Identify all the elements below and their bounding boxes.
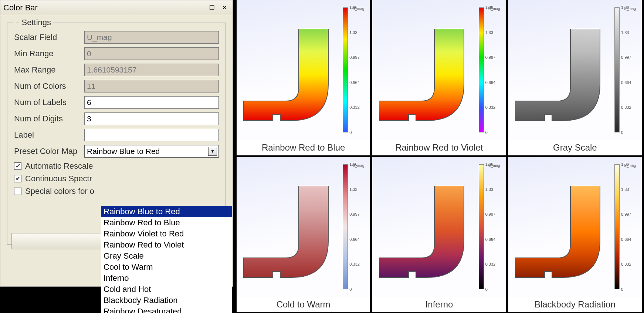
legend-tick: 0.332 (621, 262, 631, 266)
num-digits-input[interactable] (84, 112, 219, 125)
preset-option[interactable]: Rainbow Red to Violet (101, 239, 232, 250)
color-legend: U_mag1.661.330.9970.6640.3320 (614, 164, 637, 289)
legend-tick: 1.66 (621, 162, 629, 166)
preset-option[interactable]: Blackbody Radiation (101, 295, 232, 306)
preset-option[interactable]: Gray Scale (101, 250, 232, 262)
preset-dropdown[interactable]: Rainbow Blue to RedRainbow Red to BlueRa… (101, 206, 232, 313)
legend-tick: 1.33 (621, 187, 629, 192)
legend-tick: 0 (621, 287, 623, 292)
preview-card: U_mag1.661.330.9970.6640.3320Rainbow Red… (237, 0, 370, 155)
special-colors-row[interactable]: Special colors for o (14, 186, 219, 196)
color-gradient (479, 7, 484, 132)
color-gradient (343, 164, 348, 289)
panel-title-text: Color Bar (3, 3, 38, 13)
preset-label: Preset Color Map (14, 147, 84, 156)
legend-tick: 1.33 (349, 187, 357, 192)
legend-tick: 0.664 (621, 237, 631, 242)
elbow-render (515, 186, 611, 289)
legend-tick: 0.332 (485, 262, 496, 266)
legend-tick: 0.332 (349, 105, 360, 110)
preset-option[interactable]: Inferno (101, 273, 232, 284)
continuous-label: Continuous Spectr (25, 174, 92, 184)
legend-tick: 1.33 (485, 187, 493, 192)
legend-tick: 0.997 (621, 212, 631, 216)
legend-ticks: U_mag1.661.330.9970.6640.3320 (620, 7, 637, 132)
preview-caption: Blackbody Radiation (508, 297, 642, 312)
legend-tick: 0.997 (349, 55, 360, 60)
color-legend: U_mag1.661.330.9970.6640.3320 (343, 7, 365, 132)
min-range-input (84, 47, 219, 60)
preview-card: U_mag1.661.330.9970.6640.3320Cold to War… (237, 157, 370, 312)
legend-tick: 0 (485, 287, 488, 292)
preset-option[interactable]: Rainbow Blue to Red (101, 206, 232, 217)
auto-rescale-checkbox[interactable]: ✔ (14, 162, 21, 170)
preset-option[interactable]: Cool to Warm (101, 262, 232, 273)
scalar-field-input (84, 31, 219, 44)
elbow-render (515, 29, 611, 132)
preview-grid: U_mag1.661.330.9970.6640.3320Rainbow Red… (237, 0, 643, 312)
close-button[interactable]: ✕ (219, 3, 230, 12)
legend-tick: 0.332 (621, 105, 631, 110)
color-legend: U_mag1.661.330.9970.6640.3320 (614, 7, 637, 132)
legend-tick: 1.66 (621, 5, 629, 10)
preset-option[interactable]: Rainbow Red to Blue (101, 217, 232, 228)
color-legend: U_mag1.661.330.9970.6640.3320 (479, 164, 501, 289)
preview-card: U_mag1.661.330.9970.6640.3320Inferno (372, 157, 506, 312)
min-range-label: Min Range (14, 49, 84, 58)
elbow-render (379, 186, 475, 289)
legend-tick: 1.66 (349, 5, 357, 10)
preset-select[interactable]: Rainbow Blue to Red ▼ (84, 145, 219, 158)
preview-caption: Inferno (372, 297, 506, 312)
preview-image: U_mag1.661.330.9970.6640.3320 (237, 0, 370, 140)
preview-card: U_mag1.661.330.9970.6640.3320Gray Scale (508, 0, 642, 155)
legend-tick: 0.997 (349, 212, 360, 216)
auto-rescale-row[interactable]: ✔ Automatic Rescale (14, 161, 219, 171)
undock-button[interactable]: ❐ (207, 3, 217, 12)
legend-tick: 1.66 (485, 5, 493, 10)
legend-tick: 0.664 (485, 237, 496, 242)
preset-row: Preset Color Map Rainbow Blue to Red ▼ (14, 145, 219, 158)
legend-tick: 0.997 (485, 55, 496, 60)
legend-tick: 0.664 (349, 80, 360, 85)
legend-tick: 0.664 (485, 80, 496, 85)
preset-selected: Rainbow Blue to Red (87, 147, 160, 156)
label-input[interactable] (84, 129, 219, 141)
label-row: Label (14, 129, 219, 141)
continuous-checkbox[interactable]: ✔ (14, 175, 21, 182)
preset-option[interactable]: Rainbow Desaturated (101, 306, 232, 313)
legend-tick: 0.664 (621, 80, 631, 85)
preset-option[interactable]: Rainbow Violet to Red (101, 228, 232, 239)
preset-option[interactable]: Cold and Hot (101, 284, 232, 295)
legend-ticks: U_mag1.661.330.9970.6640.3320 (348, 164, 365, 289)
color-bar-panel: Color Bar ❐ ✕ Settings Scalar Field Min … (0, 0, 233, 287)
chevron-down-icon: ▼ (208, 147, 217, 156)
legend-tick: 1.66 (349, 162, 357, 166)
auto-rescale-label: Automatic Rescale (25, 161, 93, 171)
legend-tick: 0 (349, 130, 352, 135)
legend-tick: 0.997 (621, 55, 631, 60)
num-labels-row: Num of Labels (14, 96, 219, 109)
color-gradient (343, 7, 348, 132)
color-gradient (479, 164, 484, 289)
num-colors-input (84, 80, 219, 92)
legend-tick: 1.33 (485, 30, 493, 35)
preview-card: U_mag1.661.330.9970.6640.3320Blackbody R… (508, 157, 642, 312)
num-labels-input[interactable] (84, 96, 219, 109)
preview-image: U_mag1.661.330.9970.6640.3320 (372, 0, 506, 140)
continuous-row[interactable]: ✔ Continuous Spectr (14, 174, 219, 184)
num-digits-label: Num of Digits (14, 114, 84, 124)
num-colors-row: Num of Colors (14, 80, 219, 92)
scalar-field-row: Scalar Field (14, 31, 219, 44)
legend-tick: 0 (621, 130, 623, 135)
window-buttons: ❐ ✕ (207, 3, 230, 12)
num-digits-row: Num of Digits (14, 112, 219, 125)
preview-image: U_mag1.661.330.9970.6640.3320 (372, 157, 506, 297)
special-colors-checkbox[interactable] (14, 188, 21, 195)
preview-card: U_mag1.661.330.9970.6640.3320Rainbow Red… (372, 0, 506, 155)
legend-tick: 0.664 (349, 237, 360, 242)
min-range-row: Min Range (14, 47, 219, 60)
legend-tick: 1.33 (621, 30, 629, 35)
settings-legend: Settings (13, 18, 53, 27)
preview-caption: Rainbow Red to Violet (372, 140, 506, 155)
special-colors-label: Special colors for o (25, 186, 94, 196)
